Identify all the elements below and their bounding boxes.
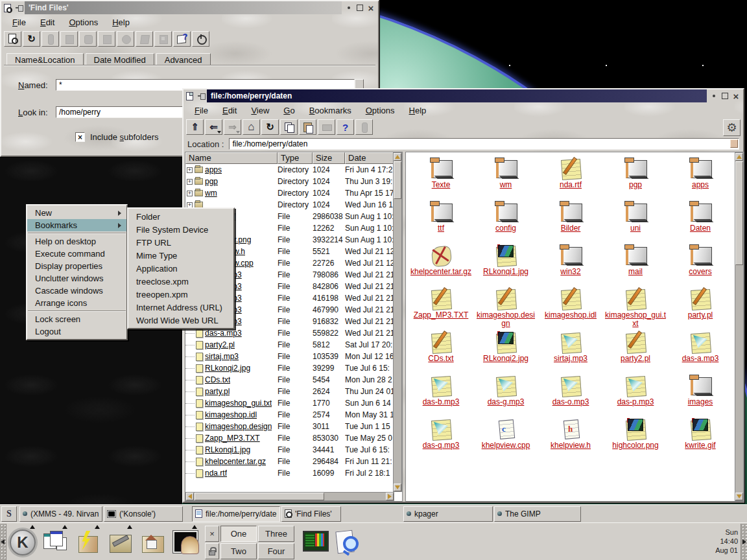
submenu-item-folder[interactable]: Folder (128, 210, 233, 223)
file-manager-menu-bookmarks[interactable]: Bookmarks (302, 104, 359, 117)
icon-item-highcolor-png[interactable]: highcolor.png (603, 417, 668, 460)
icon-item-kimageshop-idl[interactable]: kimageshop.idl (538, 286, 603, 330)
paste-button[interactable] (299, 119, 316, 135)
menu-item-bookmarks[interactable]: Bookmarks (27, 219, 126, 231)
find-files-menu-edit[interactable]: Edit (33, 16, 62, 29)
icon-item-das-o-mp3[interactable]: das-o.mp3 (538, 373, 603, 417)
file-name[interactable]: CDs.txt (205, 375, 230, 384)
icon-item-apps[interactable]: apps (668, 156, 733, 200)
file-name[interactable]: RLkonqi2.jpg (205, 364, 250, 373)
task-xmms-49-nirvan[interactable]: (XMMS - 49. Nirvan... (19, 506, 102, 522)
task-the-gimp[interactable]: The GIMP (494, 506, 581, 522)
desktop-button-two[interactable]: Two (220, 543, 257, 559)
tree-horizontal-scrollbar[interactable] (185, 492, 394, 501)
table-row[interactable]: CDs.txtFile5454Mon Jun 28 2 (185, 374, 394, 386)
file-name[interactable]: party.pl (205, 387, 230, 396)
icon-item-das-q-mp3[interactable]: das-q.mp3 (409, 417, 473, 460)
column-header-type[interactable]: Type (278, 152, 313, 164)
icon-item-sirtaj-mp3[interactable]: sirtaj.mp3 (538, 330, 603, 373)
column-header-date[interactable]: Date (345, 152, 394, 164)
column-header-size[interactable]: Size (313, 152, 345, 164)
icon-item-nda-rtf[interactable]: nda.rtf (538, 156, 603, 200)
copy-button[interactable] (280, 119, 298, 135)
task-file-home-perry-daten[interactable]: file:/home/perry/daten (192, 506, 280, 522)
tree-vscroll-thumb[interactable] (394, 161, 401, 199)
menu-item-help-on-desktop[interactable]: Help on desktop (27, 235, 126, 248)
icon-item-mail[interactable]: mail (603, 243, 668, 286)
icons-vscroll-thumb[interactable] (735, 161, 743, 265)
desktop-button-three[interactable]: Three (258, 526, 294, 542)
file-name[interactable]: khelpcenter.tar.gz (205, 457, 266, 466)
reload-button[interactable] (23, 31, 40, 47)
file-manager-menu-go[interactable]: Go (276, 104, 302, 117)
table-row[interactable]: +appsDirectory1024Fri Jun 4 17:2 (185, 164, 394, 176)
panel-clock[interactable]: Sun 14:40 Aug 01 (715, 528, 738, 555)
shell-terminal-button[interactable] (170, 526, 200, 559)
table-row[interactable]: +wmDirectory1024Thu Apr 15 17: (185, 187, 394, 199)
location-input[interactable]: file:/home/perry/daten (229, 138, 739, 150)
menu-item-lock-screen[interactable]: Lock screen (27, 313, 126, 325)
file-name[interactable]: kimageshop.idl (205, 410, 257, 419)
table-row[interactable]: party.plFile2624Thu Jun 24 01 (185, 386, 394, 397)
location-clear-button[interactable] (730, 139, 738, 148)
table-row[interactable]: RLkonqi1.jpgFile34441Tue Jul 6 15: (185, 444, 394, 456)
file-manager-menu-options[interactable]: Options (359, 104, 402, 117)
file-name[interactable]: pgp (205, 177, 218, 186)
find-tool-button[interactable] (332, 526, 362, 559)
icon-item-zapp-mp3-txt[interactable]: Zapp_MP3.TXT (409, 286, 473, 330)
close-icon[interactable]: × (366, 3, 375, 12)
scroll-up-icon[interactable] (394, 153, 401, 161)
menu-item-cascade-windows[interactable]: Cascade windows (27, 285, 126, 297)
task-kpager[interactable]: kpager (403, 506, 493, 522)
help-button[interactable] (337, 119, 354, 135)
icon-item-bilder[interactable]: Bilder (538, 200, 603, 243)
file-manager-menu-file[interactable]: File (187, 104, 215, 117)
scroll-up-icon[interactable] (735, 153, 743, 161)
icon-item-khelpcenter-tar-gz[interactable]: khelpcenter.tar.gz (409, 243, 473, 286)
icon-item-images[interactable]: images (668, 373, 733, 417)
icon-item-texte[interactable]: Texte (409, 156, 473, 200)
file-name[interactable]: RLkonqi1.jpg (205, 445, 250, 454)
submenu-item-treeclose-xpm[interactable]: treeclose.xpm (128, 275, 233, 288)
task-find-files[interactable]: 'Find Files' (281, 506, 341, 522)
icon-item-rlkonqi1-jpg[interactable]: RLkonqi1.jpg (473, 243, 538, 286)
submenu-item-mime-type[interactable]: Mime Type (128, 249, 233, 262)
table-row[interactable]: kimageshop.designFile3011Tue Jun 1 15 (185, 421, 394, 432)
submenu-item-file-system-device[interactable]: File System Device (128, 223, 233, 236)
include-subfolders-checkbox[interactable]: × (75, 132, 85, 142)
icon-item-win32[interactable]: win32 (538, 243, 603, 286)
file-manager-menu-help[interactable]: Help (402, 104, 434, 117)
column-header-name[interactable]: Name (185, 152, 278, 164)
quick-launch-button[interactable] (73, 526, 102, 559)
table-row[interactable]: sirtaj.mp3File103539Mon Jul 12 16 (185, 351, 394, 362)
table-row[interactable]: kimageshop.idlFile2574Mon May 31 1 (185, 409, 394, 421)
home-folder-button[interactable] (137, 526, 167, 559)
expand-icon[interactable]: + (187, 191, 193, 196)
minimize-icon[interactable] (709, 91, 718, 100)
icon-item-daten[interactable]: Daten (668, 200, 733, 243)
panel-hide-handle-left[interactable] (0, 524, 6, 560)
menu-item-display-properties[interactable]: Display properties (27, 260, 126, 272)
table-row[interactable]: +pgpDirectory1024Thu Jun 3 19: (185, 176, 394, 187)
file-name[interactable]: sirtaj.mp3 (205, 352, 239, 361)
expand-icon[interactable]: + (187, 179, 193, 185)
icon-item-covers[interactable]: covers (668, 243, 733, 286)
system-monitor-button[interactable] (300, 526, 329, 559)
icon-item-das-p-mp3[interactable]: das-p.mp3 (603, 373, 668, 417)
icons-vertical-scrollbar[interactable] (735, 152, 744, 501)
menu-item-new[interactable]: New (27, 207, 126, 219)
sticky-pin-icon[interactable] (196, 89, 207, 102)
tab-advanced[interactable]: Advanced (156, 53, 211, 65)
tree-vertical-scrollbar[interactable] (393, 152, 402, 492)
file-manager-menu-edit[interactable]: Edit (215, 104, 244, 117)
expand-icon[interactable]: + (187, 167, 193, 173)
tree-hscroll-thumb[interactable] (195, 493, 324, 500)
find-files-menu-file[interactable]: File (5, 16, 33, 29)
scroll-right-icon[interactable] (386, 493, 394, 500)
submenu-item-world-wide-web-url[interactable]: World Wide Web URL (128, 314, 233, 327)
find-files-menu-options[interactable]: Options (62, 16, 105, 29)
scroll-left-icon[interactable] (186, 493, 194, 500)
maximize-icon[interactable] (720, 91, 729, 100)
menu-item-execute-command[interactable]: Execute command (27, 248, 126, 260)
icon-item-config[interactable]: config (473, 200, 538, 243)
